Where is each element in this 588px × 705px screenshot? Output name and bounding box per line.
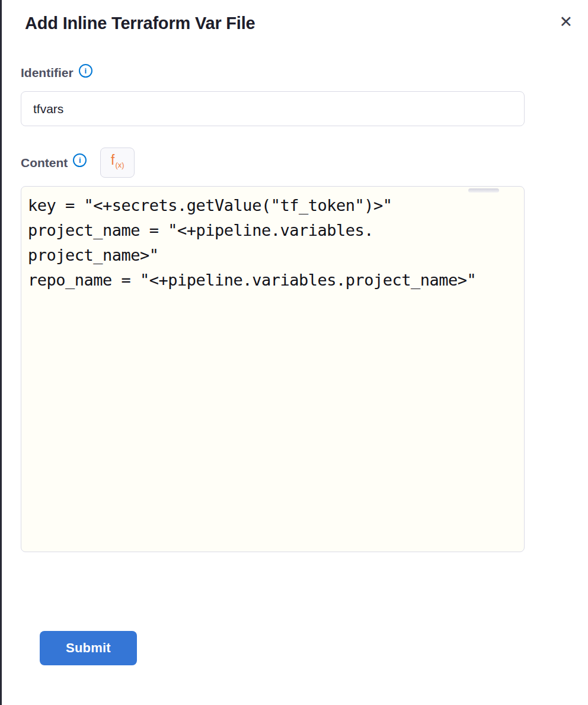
- identifier-input[interactable]: [21, 91, 525, 126]
- info-icon[interactable]: i: [73, 153, 87, 167]
- scrollbar-thumb[interactable]: [468, 188, 499, 193]
- fx-icon-subscript: (x): [115, 161, 124, 169]
- dialog-header: Add Inline Terraform Var File ✕: [2, 0, 588, 34]
- close-icon[interactable]: ✕: [559, 13, 573, 31]
- submit-button[interactable]: Submit: [40, 631, 137, 665]
- content-code-text[interactable]: key = "<+secrets.getValue("tf_token")>" …: [21, 187, 524, 299]
- content-label: Content: [21, 155, 68, 171]
- identifier-label: Identifier: [21, 65, 74, 81]
- content-label-row: Content i f(x): [21, 148, 588, 178]
- identifier-label-row: Identifier i: [21, 65, 588, 81]
- dialog-form: Identifier i Content i f(x) key = "<+sec…: [2, 65, 588, 665]
- content-editor[interactable]: key = "<+secrets.getValue("tf_token")>" …: [21, 186, 525, 552]
- info-icon[interactable]: i: [79, 64, 92, 78]
- fx-icon: f: [111, 152, 114, 168]
- add-inline-terraform-var-file-dialog: Add Inline Terraform Var File ✕ Identifi…: [2, 0, 588, 705]
- dialog-title: Add Inline Terraform Var File: [25, 12, 255, 34]
- expression-fx-button[interactable]: f(x): [100, 148, 135, 178]
